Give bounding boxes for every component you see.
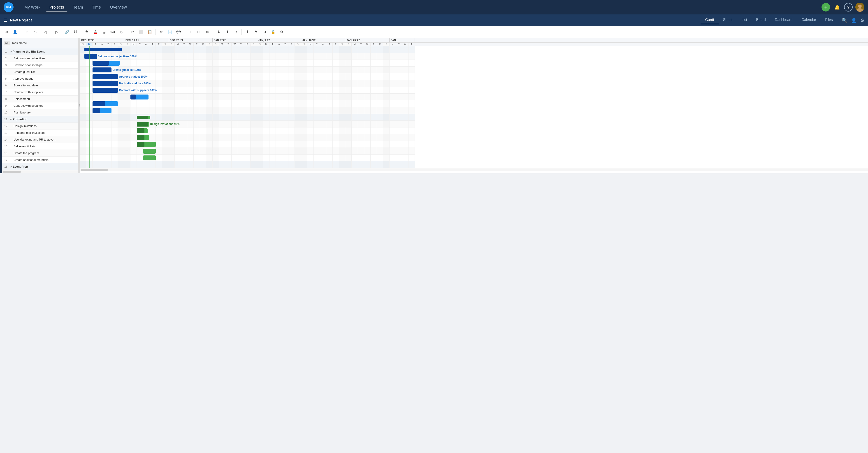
left-scrollbar-thumb[interactable] bbox=[3, 171, 21, 173]
milestone-button[interactable]: ◇ bbox=[117, 28, 125, 36]
task-row[interactable]: 11▽Promotion bbox=[2, 116, 78, 123]
gantt-cell bbox=[143, 100, 149, 107]
print-button[interactable]: 🖨 bbox=[232, 28, 240, 36]
task-row[interactable]: 1▽Planning the Big Event bbox=[2, 48, 78, 55]
task-row[interactable]: 7Contract with suppliers bbox=[2, 89, 78, 96]
export-button[interactable]: ⬆ bbox=[223, 28, 231, 36]
notifications-button[interactable]: 🔔 bbox=[833, 3, 841, 11]
gantt-cell bbox=[118, 134, 124, 141]
gantt-bar[interactable] bbox=[137, 128, 148, 133]
settings-icon[interactable]: ⚙ bbox=[860, 18, 864, 23]
nav-time[interactable]: Time bbox=[89, 3, 104, 11]
paste-button[interactable]: 📋 bbox=[146, 28, 154, 36]
hamburger-menu[interactable]: ☰ bbox=[4, 18, 7, 23]
tab-gantt[interactable]: Gantt bbox=[701, 16, 718, 24]
task-row[interactable]: 14Use Marketing and PR to adve… bbox=[2, 136, 78, 143]
gantt-bar[interactable] bbox=[93, 108, 112, 113]
task-row[interactable]: 9Contract with speakers bbox=[2, 102, 78, 109]
zoom-button[interactable]: ⊕ bbox=[203, 28, 211, 36]
task-row[interactable]: 12Design invitations bbox=[2, 123, 78, 129]
nav-projects[interactable]: Projects bbox=[46, 3, 68, 11]
collapse-button[interactable]: ▽ bbox=[10, 166, 12, 168]
gantt-bar[interactable]: Approve budget 100% bbox=[93, 74, 118, 79]
redo-button[interactable]: ↪ bbox=[31, 28, 39, 36]
gantt-bar[interactable]: Design invitations 90% bbox=[137, 122, 149, 127]
gantt-bar[interactable] bbox=[137, 116, 150, 119]
tab-dashboard[interactable]: Dashboard bbox=[770, 16, 797, 24]
gantt-cell bbox=[194, 161, 200, 168]
outdent-button[interactable]: ◁─ bbox=[43, 28, 51, 36]
delete-button[interactable]: 🗑 bbox=[83, 28, 91, 36]
lock-button[interactable]: 🔒 bbox=[269, 28, 277, 36]
task-row[interactable]: 8Select menu bbox=[2, 96, 78, 102]
right-scrollbar[interactable] bbox=[80, 168, 868, 171]
gantt-bar[interactable] bbox=[93, 61, 120, 66]
gantt-bar[interactable]: Create guest list 100% bbox=[93, 67, 112, 72]
gantt-cell bbox=[105, 127, 112, 134]
task-row[interactable]: 10Plan itinerary bbox=[2, 109, 78, 116]
gantt-cell bbox=[314, 141, 320, 148]
gantt-bar[interactable]: Contract with suppliers 100% bbox=[93, 88, 118, 93]
nav-team[interactable]: Team bbox=[69, 3, 87, 11]
gantt-bar[interactable] bbox=[143, 156, 156, 160]
import-button[interactable]: ⬇ bbox=[215, 28, 222, 36]
undo-button[interactable]: ↩ bbox=[23, 28, 30, 36]
table-button[interactable]: ⊟ bbox=[195, 28, 203, 36]
task-row[interactable]: 13Print and mail invitations bbox=[2, 129, 78, 136]
gantt-bar[interactable] bbox=[93, 101, 118, 106]
gantt-bar[interactable]: Book site and date 100% bbox=[93, 81, 118, 86]
task-row[interactable]: 16Create the program bbox=[2, 150, 78, 157]
fill-color-button[interactable]: ◎ bbox=[100, 28, 108, 36]
search-icon[interactable]: 🔍 bbox=[842, 18, 847, 23]
info-button[interactable]: ℹ bbox=[244, 28, 251, 36]
add-task-button[interactable]: ⊕ bbox=[3, 28, 10, 36]
edit-button[interactable]: ✏ bbox=[158, 28, 165, 36]
right-panel[interactable]: DEC, 12 '21DEC, 19 '21DEC, 26 '21JAN, 2 … bbox=[80, 38, 868, 173]
right-scrollbar-thumb[interactable] bbox=[81, 169, 108, 171]
columns-button[interactable]: ⊞ bbox=[186, 28, 194, 36]
left-scrollbar[interactable] bbox=[2, 170, 78, 173]
side-handle[interactable] bbox=[0, 38, 2, 173]
text-color-button[interactable]: A bbox=[92, 28, 99, 36]
comment-button[interactable]: 💬 bbox=[175, 28, 182, 36]
copy-button[interactable]: ⬜ bbox=[137, 28, 145, 36]
cut-button[interactable]: ✂ bbox=[129, 28, 136, 36]
nav-overview[interactable]: Overview bbox=[106, 3, 130, 11]
settings-button[interactable]: ⚙ bbox=[278, 28, 285, 36]
assign-user-button[interactable]: 👤 bbox=[11, 28, 19, 36]
nav-my-work[interactable]: My Work bbox=[21, 3, 44, 11]
tab-files[interactable]: Files bbox=[820, 16, 837, 24]
filter-button[interactable]: ⊿ bbox=[261, 28, 268, 36]
task-row[interactable]: 15Sell event tickets bbox=[2, 143, 78, 150]
gantt-bar[interactable]: Set goals and objectives 100% bbox=[85, 54, 97, 59]
task-row[interactable]: 6Book site and date bbox=[2, 82, 78, 89]
tab-sheet[interactable]: Sheet bbox=[719, 16, 737, 24]
indent-button[interactable]: ─▷ bbox=[52, 28, 59, 36]
unlink-button[interactable]: ⛓ bbox=[71, 28, 79, 36]
gantt-bar[interactable] bbox=[137, 142, 156, 147]
task-row[interactable]: 4Create guest list bbox=[2, 69, 78, 75]
number-format-button[interactable]: 123 bbox=[109, 28, 117, 36]
task-row[interactable]: 3Develop sponsorships bbox=[2, 62, 78, 69]
all-button[interactable]: All bbox=[4, 41, 10, 45]
tab-board[interactable]: Board bbox=[751, 16, 770, 24]
task-row[interactable]: 2Set goals and objectives bbox=[2, 55, 78, 62]
collapse-button[interactable]: ▽ bbox=[10, 118, 12, 121]
gantt-bar[interactable] bbox=[137, 135, 149, 140]
gantt-bar[interactable] bbox=[130, 95, 149, 99]
gantt-bar[interactable] bbox=[143, 149, 156, 154]
task-row[interactable]: 5Approve budget bbox=[2, 75, 78, 82]
add-button[interactable]: + bbox=[822, 3, 830, 11]
user-settings-icon[interactable]: 👤 bbox=[851, 18, 857, 23]
flag-button[interactable]: ⚑ bbox=[252, 28, 260, 36]
tab-list[interactable]: List bbox=[737, 16, 751, 24]
task-row[interactable]: 17Create additional materials bbox=[2, 157, 78, 163]
link-button[interactable]: 🔗 bbox=[63, 28, 71, 36]
tab-calendar[interactable]: Calendar bbox=[797, 16, 820, 24]
task-row[interactable]: 18▽Event Prep bbox=[2, 163, 78, 170]
gantt-bar[interactable] bbox=[85, 48, 122, 51]
notes-button[interactable]: 📄 bbox=[166, 28, 174, 36]
help-button[interactable]: ? bbox=[844, 3, 852, 11]
collapse-button[interactable]: ▽ bbox=[10, 51, 12, 53]
avatar[interactable] bbox=[855, 3, 864, 12]
